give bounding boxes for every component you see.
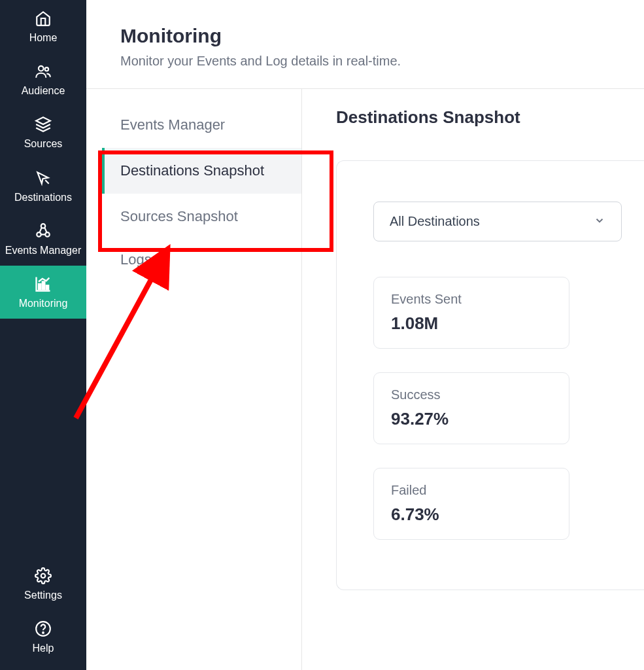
sidebar-item-audience[interactable]: Audience: [0, 53, 86, 106]
stat-value: 1.08M: [391, 313, 552, 334]
panel-body: All Destinations Events Sent 1.08M Succe…: [336, 160, 644, 590]
stat-value: 6.73%: [391, 504, 552, 525]
sidebar-bottom: Settings Help: [0, 557, 86, 670]
chevron-down-icon: [594, 215, 605, 229]
svg-point-4: [45, 232, 50, 237]
svg-point-1: [45, 67, 48, 71]
panel-title: Destinations Snapshot: [336, 107, 644, 128]
svg-rect-6: [42, 281, 45, 289]
sidebar-item-label: Settings: [24, 589, 62, 601]
stat-label: Events Sent: [391, 292, 552, 307]
svg-point-10: [42, 632, 44, 633]
svg-point-3: [37, 232, 41, 237]
sidebar-item-destinations[interactable]: Destinations: [0, 160, 86, 213]
sidebar-item-settings[interactable]: Settings: [0, 557, 86, 610]
stat-label: Failed: [391, 483, 552, 498]
stat-card-failed: Failed 6.73%: [373, 468, 569, 540]
subnav-item-logs[interactable]: Logs: [102, 239, 301, 280]
panel: Destinations Snapshot All Destinations E…: [302, 89, 644, 670]
audience-icon: [34, 62, 52, 80]
sidebar-item-label: Monitoring: [19, 297, 68, 309]
stat-card-events-sent: Events Sent 1.08M: [373, 277, 569, 349]
sidebar-item-home[interactable]: Home: [0, 0, 86, 53]
settings-icon: [34, 567, 52, 585]
monitoring-icon: [34, 275, 52, 293]
sidebar-top: Home Audience Sources: [0, 0, 86, 557]
svg-point-8: [41, 573, 46, 578]
sidebar-item-label: Audience: [22, 84, 65, 97]
subnav-item-sources-snapshot[interactable]: Sources Snapshot: [102, 196, 301, 237]
sidebar-item-label: Sources: [24, 137, 63, 150]
page-header: Monitoring Monitor your Events and Log d…: [86, 0, 644, 89]
sidebar-item-label: Home: [29, 31, 58, 44]
sidebar-item-label: Destinations: [14, 191, 72, 203]
dropdown-selected: All Destinations: [390, 214, 480, 229]
events-manager-icon: [34, 222, 52, 240]
home-icon: [34, 9, 52, 27]
subnav-item-destinations-snapshot[interactable]: Destinations Snapshot: [102, 148, 301, 194]
sidebar-item-label: Events Manager: [5, 244, 82, 256]
main-content: Monitoring Monitor your Events and Log d…: [86, 0, 644, 670]
sidebar-item-events-manager[interactable]: Events Manager: [0, 213, 86, 266]
content-row: Events Manager Destinations Snapshot Sou…: [86, 89, 644, 670]
sidebar-item-sources[interactable]: Sources: [0, 106, 86, 159]
page-subtitle: Monitor your Events and Log details in r…: [120, 54, 624, 69]
sources-icon: [34, 115, 52, 133]
help-icon: [34, 620, 52, 638]
stat-value: 93.27%: [391, 409, 552, 429]
sidebar: Home Audience Sources: [0, 0, 86, 670]
sidebar-item-help[interactable]: Help: [0, 610, 86, 663]
destinations-dropdown[interactable]: All Destinations: [373, 202, 622, 241]
svg-rect-7: [46, 285, 49, 289]
subnav: Events Manager Destinations Snapshot Sou…: [86, 89, 302, 670]
sidebar-item-label: Help: [33, 642, 54, 654]
sidebar-item-monitoring[interactable]: Monitoring: [0, 266, 86, 319]
stat-card-success: Success 93.27%: [373, 372, 569, 444]
destinations-icon: [34, 169, 52, 187]
stat-label: Success: [391, 387, 552, 402]
svg-rect-5: [39, 284, 41, 289]
svg-point-0: [39, 66, 44, 71]
page-title: Monitoring: [120, 25, 624, 47]
subnav-item-events-manager[interactable]: Events Manager: [102, 105, 301, 145]
